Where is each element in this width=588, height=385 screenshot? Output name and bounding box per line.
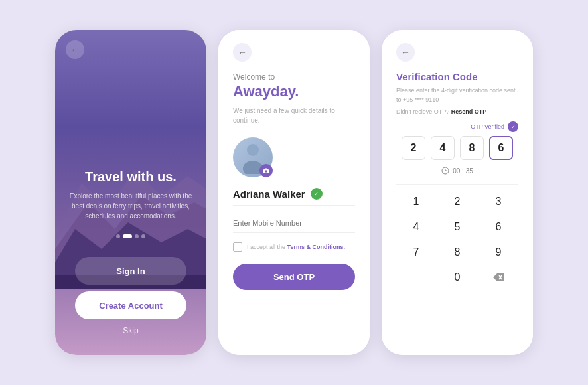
screen3-content: ← Verification Code Please enter the 4-d…: [382, 30, 533, 355]
screen2-phone: ← Welcome to Awayday. We just need a few…: [218, 30, 370, 355]
dot-3: [135, 234, 139, 238]
num-3[interactable]: 3: [478, 190, 518, 214]
num-1[interactable]: 1: [396, 190, 436, 214]
svg-point-6: [247, 144, 259, 156]
back-arrow-icon: ←: [70, 44, 80, 55]
back-button-3[interactable]: ←: [396, 43, 415, 62]
backspace-icon: [492, 273, 504, 282]
resend-otp-link[interactable]: Resend OTP: [451, 108, 487, 115]
num-empty: [396, 266, 436, 289]
back-arrow-icon-3: ←: [401, 47, 410, 58]
resend-row: Didn't recieve OTP? Resend OTP: [396, 108, 518, 115]
timer-value: 00 : 35: [453, 167, 473, 175]
terms-link[interactable]: Terms & Conditions.: [287, 244, 345, 250]
user-name: Adriana Walker: [233, 189, 305, 200]
pagination-dots: [116, 234, 145, 238]
backspace-button[interactable]: [478, 266, 518, 289]
resend-prefix: Didn't recieve OTP?: [396, 108, 451, 115]
screen1-content: ← Travel with us.: [55, 30, 206, 355]
screen1-phone: ← Travel with us.: [55, 30, 206, 355]
otp-verified-icon: ✓: [508, 121, 518, 132]
svg-point-9: [265, 170, 267, 173]
name-row: Adriana Walker ✓: [233, 188, 355, 206]
verification-description: Please enter the 4-digit verification co…: [396, 86, 518, 104]
num-8[interactable]: 8: [437, 240, 477, 264]
send-otp-button[interactable]: Send OTP: [233, 264, 355, 290]
back-button-2[interactable]: ←: [233, 43, 252, 62]
num-0[interactable]: 0: [437, 266, 477, 289]
screen1-title: Travel with us.: [68, 169, 193, 185]
screen3-phone: ← Verification Code Please enter the 4-d…: [382, 30, 533, 355]
num-6[interactable]: 6: [478, 215, 518, 239]
verified-badge: ✓: [311, 188, 323, 200]
screen1-text-content: Travel with us. Explore the most beautif…: [55, 169, 206, 221]
create-account-button[interactable]: Create Account: [75, 291, 186, 319]
verification-title: Verification Code: [396, 71, 518, 82]
otp-digit-4[interactable]: 6: [489, 136, 513, 160]
num-9[interactable]: 9: [478, 240, 518, 264]
otp-digit-2[interactable]: 4: [431, 136, 455, 160]
otp-verified-label: OTP Verified: [471, 123, 504, 130]
otp-digit-3[interactable]: 8: [460, 136, 484, 160]
avatar-wrapper: [233, 137, 273, 177]
camera-icon[interactable]: [259, 164, 273, 177]
phone-input[interactable]: [233, 214, 355, 233]
camera-svg: [263, 167, 269, 174]
dot-2: [123, 234, 132, 238]
terms-row: I accept all the Terms & Conditions.: [233, 242, 355, 252]
timer-icon: [441, 167, 449, 175]
app-name: Awayday.: [233, 83, 355, 100]
otp-digits-row: 2 4 8 6: [396, 136, 518, 160]
num-4[interactable]: 4: [396, 215, 436, 239]
otp-digit-1[interactable]: 2: [402, 136, 425, 160]
terms-prefix: I accept all the: [247, 244, 287, 250]
signin-button[interactable]: Sign In: [75, 257, 186, 285]
numpad-divider: [396, 184, 518, 185]
skip-link[interactable]: Skip: [123, 326, 138, 335]
svg-rect-10: [265, 169, 267, 170]
num-2[interactable]: 2: [437, 190, 477, 214]
dot-4: [141, 234, 145, 238]
screen2-content: ← Welcome to Awayday. We just need a few…: [218, 30, 370, 355]
welcome-description: We just need a few quick details to cont…: [233, 106, 355, 125]
terms-checkbox[interactable]: [233, 242, 242, 252]
dot-1: [116, 234, 120, 238]
otp-verified-row: OTP Verified ✓: [396, 121, 518, 132]
welcome-label: Welcome to: [233, 72, 355, 82]
back-button-1[interactable]: ←: [66, 40, 84, 59]
timer-row: 00 : 35: [396, 167, 518, 175]
num-7[interactable]: 7: [396, 240, 436, 264]
numpad: 1 2 3 4 5 6 7 8 9 0: [396, 190, 518, 289]
back-arrow-icon-2: ←: [238, 47, 247, 58]
screen1-description: Explore the most beautiful places with t…: [68, 191, 193, 221]
terms-text: I accept all the Terms & Conditions.: [247, 244, 345, 250]
num-5[interactable]: 5: [437, 215, 477, 239]
